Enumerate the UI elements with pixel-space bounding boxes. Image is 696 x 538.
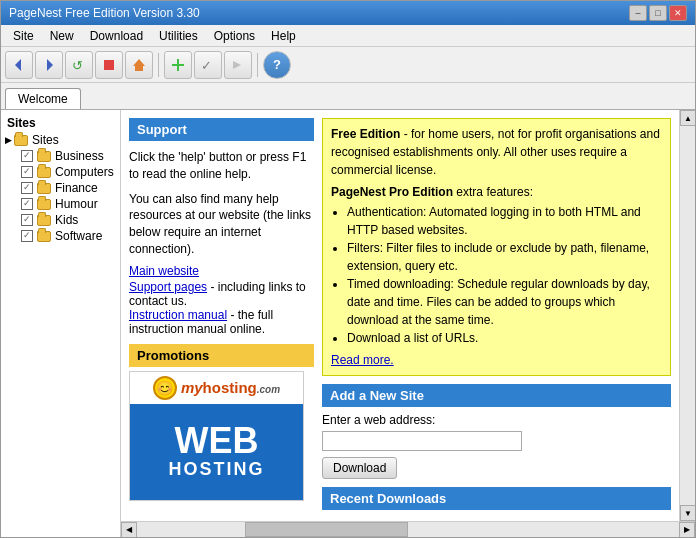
free-edition-bold: Free Edition [331, 127, 400, 141]
home-button[interactable] [125, 51, 153, 79]
welcome-columns: Support Click the 'help' button or press… [129, 118, 671, 513]
scroll-down-button[interactable]: ▼ [680, 505, 695, 521]
menu-help[interactable]: Help [263, 27, 304, 45]
scroll-left-button[interactable]: ◀ [121, 522, 137, 538]
right-column: Free Edition - for home users, not for p… [322, 118, 671, 513]
sites-folder-icon [14, 135, 28, 146]
promotions-heading: Promotions [129, 344, 314, 367]
check-icon-kids [21, 214, 33, 226]
sidebar-label-computers: Computers [55, 165, 114, 179]
menu-site[interactable]: Site [5, 27, 42, 45]
svg-text:↺: ↺ [72, 58, 83, 73]
menu-bar: Site New Download Utilities Options Help [1, 25, 695, 47]
read-more-link[interactable]: Read more. [331, 353, 394, 367]
sidebar-title: Sites [1, 114, 120, 132]
software-folder-icon [37, 231, 51, 242]
content-scroll[interactable]: Support Click the 'help' button or press… [121, 110, 679, 521]
scroll-right-button[interactable]: ▶ [679, 522, 695, 538]
web-address-input[interactable] [322, 431, 522, 451]
svg-text:✓: ✓ [201, 58, 212, 73]
svg-marker-0 [15, 59, 21, 71]
sidebar-label-software: Software [55, 229, 102, 243]
sidebar-item-kids[interactable]: Kids [1, 212, 120, 228]
maximize-button[interactable]: □ [649, 5, 667, 21]
add-button[interactable] [164, 51, 192, 79]
minimize-button[interactable]: – [629, 5, 647, 21]
menu-download[interactable]: Download [82, 27, 151, 45]
svg-rect-6 [172, 64, 184, 66]
free-edition-box: Free Edition - for home users, not for p… [322, 118, 671, 376]
pro-edition-bold: PageNest Pro Edition [331, 185, 453, 199]
toolbar: ↺ ✓ ? [1, 47, 695, 83]
help-button[interactable]: ? [263, 51, 291, 79]
main-area: Sites ▶ Sites Business Computers Finance [1, 109, 695, 537]
menu-options[interactable]: Options [206, 27, 263, 45]
promo-banner[interactable]: 😊 myhosting.com WEB HOSTING [129, 371, 304, 501]
sidebar-label-finance: Finance [55, 181, 98, 195]
title-bar: PageNest Free Edition Version 3.30 – □ ✕ [1, 1, 695, 25]
pro-features-list: Authentication: Automated logging in to … [347, 203, 662, 347]
close-button[interactable]: ✕ [669, 5, 687, 21]
kids-folder-icon [37, 215, 51, 226]
free-edition-intro: Free Edition - for home users, not for p… [331, 125, 662, 179]
support-text-1: Click the 'help' button or press F1 to r… [129, 145, 314, 187]
promo-top: 😊 myhosting.com [130, 372, 303, 404]
svg-marker-4 [133, 59, 145, 71]
sidebar-item-computers[interactable]: Computers [1, 164, 120, 180]
menu-new[interactable]: New [42, 27, 82, 45]
title-bar-controls: – □ ✕ [629, 5, 687, 21]
pro-edition-text: extra features: [453, 185, 533, 199]
arrow-button[interactable] [224, 51, 252, 79]
humour-folder-icon [37, 199, 51, 210]
tab-welcome[interactable]: Welcome [5, 88, 81, 109]
sidebar-item-humour[interactable]: Humour [1, 196, 120, 212]
smiley-icon: 😊 [153, 376, 177, 400]
pro-edition-intro: PageNest Pro Edition extra features: [331, 183, 662, 201]
promo-blue-bg: WEB HOSTING [130, 404, 303, 500]
sidebar-label-business: Business [55, 149, 104, 163]
check-icon-computers [21, 166, 33, 178]
check-icon-business [21, 150, 33, 162]
recent-downloads-heading: Recent Downloads [322, 487, 671, 510]
scroll-up-button[interactable]: ▲ [680, 110, 695, 126]
support-link-manual: Instruction manual - the full instructio… [129, 308, 273, 336]
pro-feature-4: Download a list of URLs. [347, 329, 662, 347]
sidebar-item-sites[interactable]: ▶ Sites [1, 132, 120, 148]
hosting-text: HOSTING [168, 459, 264, 480]
scroll-track-vertical[interactable] [680, 126, 695, 505]
check-button[interactable]: ✓ [194, 51, 222, 79]
sidebar-label-kids: Kids [55, 213, 78, 227]
scroll-thumb-horizontal[interactable] [245, 522, 408, 537]
computers-folder-icon [37, 167, 51, 178]
myhosting-brand: myhosting.com [181, 379, 280, 396]
forward-button[interactable] [35, 51, 63, 79]
svg-marker-1 [47, 59, 53, 71]
stop-button[interactable] [95, 51, 123, 79]
add-site-heading: Add a New Site [322, 384, 671, 407]
web-text: WEB [175, 423, 259, 459]
horizontal-scrollbar[interactable]: ◀ ▶ [121, 521, 695, 537]
scroll-track-horizontal[interactable] [137, 522, 679, 537]
menu-utilities[interactable]: Utilities [151, 27, 206, 45]
support-pages-link[interactable]: Support pages [129, 280, 207, 294]
toolbar-separator-1 [158, 53, 159, 77]
support-link-support: Support pages - including links to conta… [129, 280, 306, 308]
sidebar-item-software[interactable]: Software [1, 228, 120, 244]
back-button[interactable] [5, 51, 33, 79]
sidebar-item-business[interactable]: Business [1, 148, 120, 164]
svg-marker-8 [233, 61, 241, 69]
refresh-button[interactable]: ↺ [65, 51, 93, 79]
download-button[interactable]: Download [322, 457, 397, 479]
main-website-link[interactable]: Main website [129, 264, 314, 278]
content-inner: Support Click the 'help' button or press… [121, 110, 695, 521]
vertical-scrollbar[interactable]: ▲ ▼ [679, 110, 695, 521]
finance-folder-icon [37, 183, 51, 194]
tabs-bar: Welcome [1, 83, 695, 109]
sidebar-item-finance[interactable]: Finance [1, 180, 120, 196]
pro-feature-2: Filters: Filter files to include or excl… [347, 239, 662, 275]
pro-feature-3: Timed downloading: Schedule regular down… [347, 275, 662, 329]
instruction-manual-link[interactable]: Instruction manual [129, 308, 227, 322]
support-text-2: You can also find many help resources at… [129, 187, 314, 262]
check-icon-finance [21, 182, 33, 194]
business-folder-icon [37, 151, 51, 162]
